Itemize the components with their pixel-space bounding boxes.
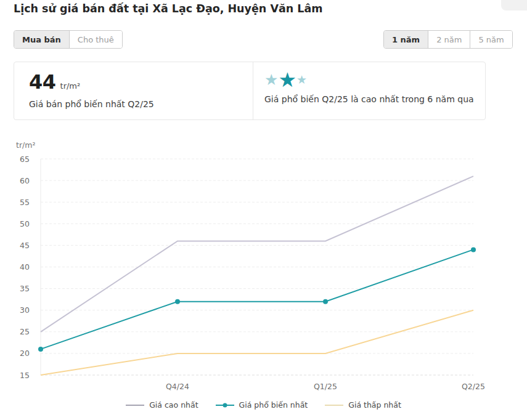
svg-text:30: 30 bbox=[20, 305, 30, 315]
rating-caption: Giá phổ biến Q2/25 là cao nhất trong 6 n… bbox=[264, 94, 485, 104]
tab-mua-ban[interactable]: Mua bán bbox=[14, 31, 69, 48]
svg-text:45: 45 bbox=[20, 241, 30, 250]
legend-line-icon bbox=[325, 405, 343, 406]
star-icon: ★ bbox=[296, 74, 307, 86]
legend-item[interactable]: Giá thấp nhất bbox=[325, 400, 401, 410]
svg-text:50: 50 bbox=[20, 219, 30, 228]
time-range-tabs: 1 năm 2 năm 5 năm bbox=[383, 30, 513, 49]
legend-line-icon bbox=[126, 405, 144, 406]
svg-text:15: 15 bbox=[20, 371, 30, 380]
partial-corner-button[interactable] bbox=[501, 0, 527, 10]
star-icon: ★ bbox=[278, 70, 296, 90]
svg-text:Q4/24: Q4/24 bbox=[166, 382, 189, 391]
svg-text:65: 65 bbox=[20, 155, 30, 164]
price-history-chart: tr/m² 1520253035404550556065Q4/24Q1/25Q2… bbox=[0, 140, 527, 399]
legend-label: Giá phổ biến nhất bbox=[239, 400, 308, 410]
star-icon: ★ bbox=[264, 72, 278, 87]
tab-cho-thue[interactable]: Cho thuê bbox=[69, 31, 122, 48]
legend-line-icon bbox=[216, 405, 234, 406]
svg-text:60: 60 bbox=[20, 176, 30, 185]
legend-marker-dot-icon bbox=[223, 403, 227, 407]
legend-label: Giá thấp nhất bbox=[348, 400, 401, 410]
transaction-mode-tabs: Mua bán Cho thuê bbox=[14, 30, 123, 49]
price-history-panel: Lịch sử giá bán đất tại Xã Lạc Đạo, Huyệ… bbox=[0, 0, 527, 420]
tab-5-nam[interactable]: 5 năm bbox=[470, 31, 512, 48]
popular-price-section: 44 tr/m² Giá bán phổ biến nhất Q2/25 bbox=[14, 62, 253, 119]
rating-section: ★ ★ ★ Giá phổ biến Q2/25 là cao nhất tro… bbox=[253, 62, 485, 119]
popular-price-caption: Giá bán phổ biến nhất Q2/25 bbox=[29, 99, 253, 109]
price-history-chart-svg[interactable]: 1520253035404550556065Q4/24Q1/25Q2/25 bbox=[0, 140, 527, 399]
svg-text:25: 25 bbox=[20, 327, 30, 336]
svg-text:55: 55 bbox=[20, 198, 30, 207]
svg-text:Q2/25: Q2/25 bbox=[462, 382, 485, 391]
popular-price-unit: tr/m² bbox=[60, 81, 81, 91]
chart-legend: Giá cao nhấtGiá phổ biến nhấtGiá thấp nh… bbox=[0, 400, 527, 410]
svg-text:35: 35 bbox=[20, 284, 30, 293]
svg-text:Q1/25: Q1/25 bbox=[314, 382, 337, 391]
star-rating: ★ ★ ★ bbox=[264, 67, 485, 92]
legend-label: Giá cao nhất bbox=[149, 400, 198, 410]
page-title: Lịch sử giá bán đất tại Xã Lạc Đạo, Huyệ… bbox=[14, 2, 323, 15]
popular-price-value: 44 bbox=[29, 70, 56, 94]
legend-item[interactable]: Giá phổ biến nhất bbox=[216, 400, 308, 410]
svg-text:20: 20 bbox=[20, 349, 30, 358]
tab-2-nam[interactable]: 2 năm bbox=[428, 31, 470, 48]
svg-text:40: 40 bbox=[20, 262, 30, 272]
tab-1-nam[interactable]: 1 năm bbox=[384, 31, 428, 48]
summary-card: 44 tr/m² Giá bán phổ biến nhất Q2/25 ★ ★… bbox=[14, 62, 486, 120]
legend-item[interactable]: Giá cao nhất bbox=[126, 400, 198, 410]
